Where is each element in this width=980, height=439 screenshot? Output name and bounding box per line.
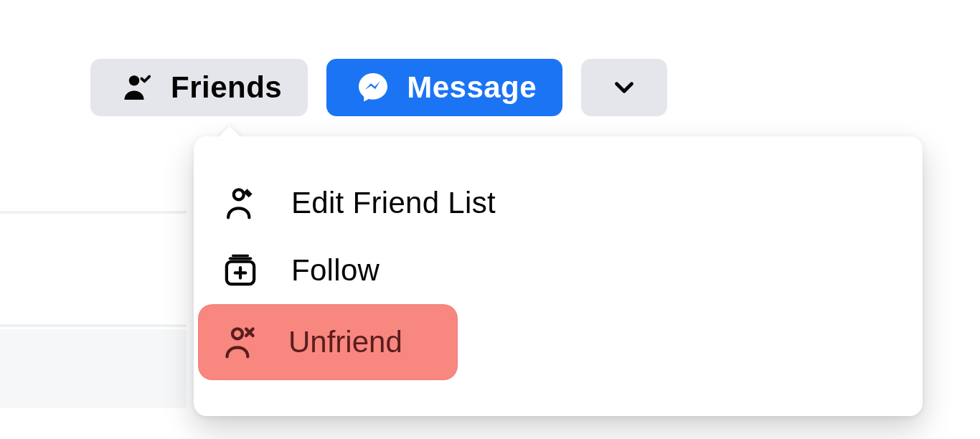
message-button-label: Message (407, 70, 537, 105)
edit-friend-list-icon (220, 182, 261, 224)
chevron-down-icon (611, 75, 637, 100)
friends-button-label: Friends (171, 70, 282, 105)
menu-item-unfriend-wrap: Unfriend (194, 304, 923, 380)
svg-point-1 (234, 189, 244, 199)
friends-button[interactable]: Friends (90, 59, 308, 116)
background-separator (0, 211, 187, 214)
friends-dropdown-menu: Edit Friend List Follow (194, 136, 923, 416)
svg-point-3 (232, 329, 242, 339)
menu-item-label: Follow (291, 253, 380, 288)
menu-item-unfriend[interactable]: Unfriend (198, 304, 458, 380)
unfriend-icon (220, 321, 261, 363)
friend-check-icon (116, 67, 158, 108)
action-button-row: Friends Message (90, 59, 667, 116)
menu-item-label: Edit Friend List (291, 186, 496, 220)
menu-item-follow[interactable]: Follow (194, 237, 923, 304)
svg-point-0 (129, 75, 139, 85)
menu-item-label: Unfriend (288, 325, 402, 359)
background-separator (0, 324, 187, 327)
profile-actions-area: Friends Message (0, 0, 980, 439)
messenger-icon (352, 67, 394, 108)
follow-icon (220, 250, 261, 291)
message-button[interactable]: Message (326, 59, 562, 116)
menu-item-edit-friend-list[interactable]: Edit Friend List (194, 169, 923, 237)
background-panel (0, 329, 187, 408)
more-actions-button[interactable] (581, 59, 667, 116)
